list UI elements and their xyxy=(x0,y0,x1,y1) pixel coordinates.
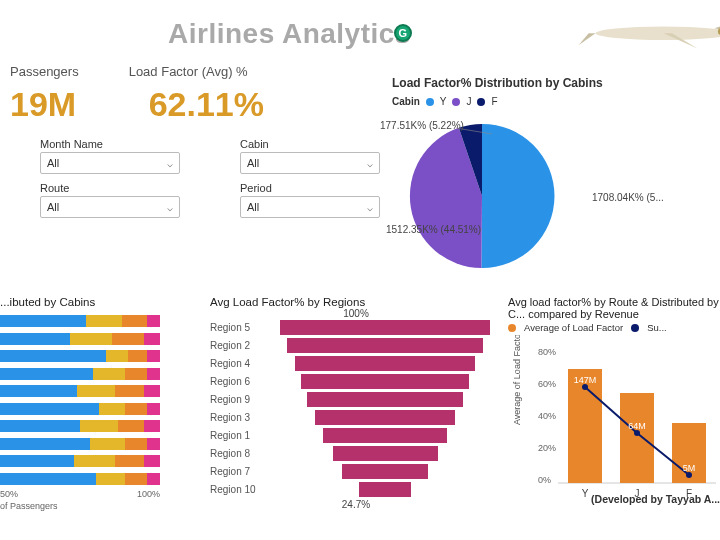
pie-data-label: 177.51K% (5.22%) xyxy=(380,120,464,131)
funnel-row: Region 4 xyxy=(210,355,502,371)
route-select[interactable]: All⌵ xyxy=(40,196,180,218)
page-title: Airlines Analytics G xyxy=(168,18,411,50)
funnel-row: Region 6 xyxy=(210,373,502,389)
chart-legend: Cabin Y J F xyxy=(392,96,720,107)
svg-text:60%: 60% xyxy=(538,379,556,389)
stacked-bar-row xyxy=(0,367,208,381)
filter-label: Period xyxy=(240,182,380,194)
funnel-bar xyxy=(333,446,438,461)
svg-text:20%: 20% xyxy=(538,443,556,453)
pie-data-label: 1512.35K% (44.51%) xyxy=(386,224,481,235)
chart-stacked-cabins[interactable]: ...ibuted by Cabins 50%100% of Passenger… xyxy=(0,296,208,511)
chart-title: Avg Load Factor% by Regions xyxy=(210,296,502,308)
stacked-bar-row xyxy=(0,314,208,328)
stacked-bar-row xyxy=(0,402,208,416)
filter-label: Cabin xyxy=(240,138,380,150)
data-label: 64M xyxy=(628,421,646,431)
chart-title: Avg load factor% by Route & Distributed … xyxy=(508,296,720,320)
kpi-load-factor: Load Factor (Avg) % 62.11% xyxy=(129,64,264,124)
funnel-row: Region 5 xyxy=(210,319,502,335)
funnel-row-label: Region 7 xyxy=(210,466,268,477)
month-select[interactable]: All⌵ xyxy=(40,152,180,174)
svg-rect-10 xyxy=(620,393,654,483)
funnel-bar xyxy=(295,356,476,371)
chevron-down-icon: ⌵ xyxy=(367,202,373,213)
funnel-top-label: 100% xyxy=(210,308,502,319)
funnel-bar xyxy=(287,338,482,353)
filter-label: Month Name xyxy=(40,138,180,150)
period-select[interactable]: All⌵ xyxy=(240,196,380,218)
funnel-bar xyxy=(315,410,456,425)
funnel-row: Region 10 xyxy=(210,481,502,497)
funnel-bar xyxy=(301,374,469,389)
y-axis-title: Average of Load Factor xyxy=(512,335,522,425)
funnel-row-label: Region 8 xyxy=(210,448,268,459)
filter-group-period: Period All⌵ xyxy=(240,182,380,218)
funnel-bar xyxy=(323,428,447,443)
stacked-bar-row xyxy=(0,332,208,346)
data-label: 147M xyxy=(574,375,597,385)
stacked-bar-row xyxy=(0,384,208,398)
svg-point-0 xyxy=(596,26,721,40)
chart-funnel-regions[interactable]: Avg Load Factor% by Regions 100% Region … xyxy=(210,296,502,510)
chart-title: Load Factor% Distribution by Cabins xyxy=(392,76,720,90)
funnel-row: Region 8 xyxy=(210,445,502,461)
filter-group-month: Month Name All⌵ xyxy=(40,138,180,174)
kpi-value: 19M xyxy=(10,85,79,124)
svg-text:80%: 80% xyxy=(538,347,556,357)
funnel-row-label: Region 6 xyxy=(210,376,268,387)
stacked-bar-row xyxy=(0,472,208,486)
kpi-label: Passengers xyxy=(10,64,79,79)
cabin-select[interactable]: All⌵ xyxy=(240,152,380,174)
stacked-bar-row xyxy=(0,437,208,451)
filter-group-cabin: Cabin All⌵ xyxy=(240,138,380,174)
funnel-row: Region 7 xyxy=(210,463,502,479)
leader-line xyxy=(456,120,496,138)
chart-legend: Average of Load Factor Su... xyxy=(508,322,720,333)
filter-label: Route xyxy=(40,182,180,194)
funnel-row-label: Region 2 xyxy=(210,340,268,351)
kpi-value: 62.11% xyxy=(149,85,264,124)
x-axis: 50%100% xyxy=(0,489,160,499)
funnel-row-label: Region 4 xyxy=(210,358,268,369)
funnel-row: Region 3 xyxy=(210,409,502,425)
chart-title: ...ibuted by Cabins xyxy=(0,296,208,308)
funnel-row-label: Region 1 xyxy=(210,430,268,441)
stacked-bar-row xyxy=(0,349,208,363)
funnel-row: Region 1 xyxy=(210,427,502,443)
chart-combo-route[interactable]: Avg load factor% by Route & Distributed … xyxy=(508,296,720,505)
kpi-label: Load Factor (Avg) % xyxy=(129,64,264,79)
airplane-image xyxy=(570,6,720,52)
data-label: 5M xyxy=(683,463,696,473)
funnel-row-label: Region 9 xyxy=(210,394,268,405)
funnel-bar xyxy=(359,482,412,497)
combo-svg: 80%60%40%20%0% Average of Load Factor 14… xyxy=(508,335,718,503)
grammarly-icon: G xyxy=(394,24,412,42)
chevron-down-icon: ⌵ xyxy=(167,202,173,213)
kpi-passengers: Passengers 19M xyxy=(10,64,79,124)
funnel-bar xyxy=(342,464,428,479)
pie-data-label: 1708.04K% (5... xyxy=(592,192,664,203)
x-axis-title: of Passengers xyxy=(0,501,208,511)
stacked-bar-row xyxy=(0,419,208,433)
chevron-down-icon: ⌵ xyxy=(367,158,373,169)
credit-text: (Developed by Tayyab A... xyxy=(591,493,720,505)
funnel-bottom-label: 24.7% xyxy=(210,499,502,510)
funnel-row-label: Region 3 xyxy=(210,412,268,423)
chevron-down-icon: ⌵ xyxy=(167,158,173,169)
svg-text:40%: 40% xyxy=(538,411,556,421)
funnel-row: Region 9 xyxy=(210,391,502,407)
svg-line-2 xyxy=(456,128,492,134)
funnel-row-label: Region 10 xyxy=(210,484,268,495)
stacked-bar-row xyxy=(0,454,208,468)
funnel-row-label: Region 5 xyxy=(210,322,268,333)
funnel-row: Region 2 xyxy=(210,337,502,353)
svg-text:Y: Y xyxy=(582,488,589,499)
filter-group-route: Route All⌵ xyxy=(40,182,180,218)
chart-pie-cabins[interactable]: Load Factor% Distribution by Cabins Cabi… xyxy=(392,76,720,283)
funnel-bar xyxy=(280,320,490,335)
funnel-bar xyxy=(307,392,462,407)
svg-text:0%: 0% xyxy=(538,475,551,485)
